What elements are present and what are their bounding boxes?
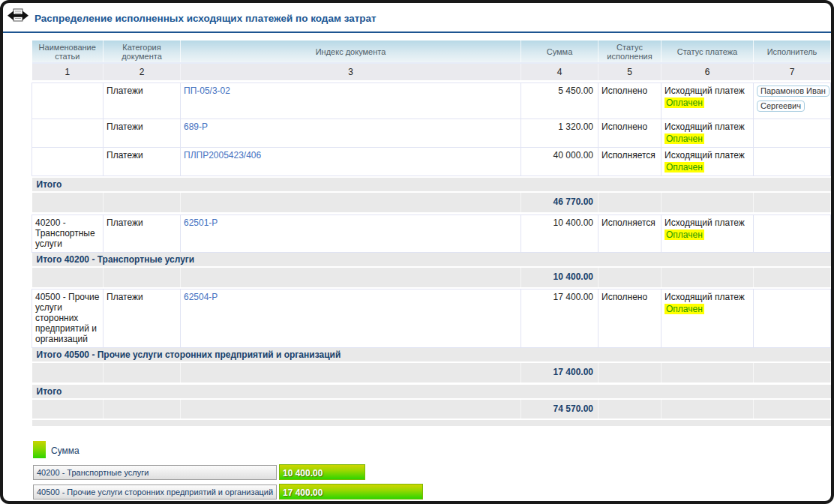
cell-category: Платежи bbox=[104, 147, 181, 176]
document-link[interactable]: 689-Р bbox=[184, 122, 208, 132]
col-header-executor: Исполнитель bbox=[754, 40, 831, 63]
bar-category-label: 40200 - Транспортные услуги bbox=[33, 465, 277, 480]
subtotal-value: 10 400.00 bbox=[521, 267, 598, 287]
cell-sum: 5 450.00 bbox=[521, 82, 598, 118]
document-link[interactable]: 62504-Р bbox=[184, 292, 218, 302]
cell-article-name bbox=[32, 147, 104, 176]
cell-sum: 40 000.00 bbox=[521, 147, 598, 176]
cell-doc-index: 62501-Р bbox=[181, 214, 521, 252]
document-link[interactable]: 62501-Р bbox=[184, 218, 218, 228]
grand-total-label: Итого bbox=[32, 385, 831, 399]
cell-article-name bbox=[32, 82, 104, 118]
cell-sum: 1 320.00 bbox=[521, 118, 598, 147]
subtotal-title-row: Итого 40200 - Транспортные услуги bbox=[32, 252, 831, 267]
col-number: 1 bbox=[32, 63, 104, 80]
col-header-sum: Сумма bbox=[521, 40, 598, 63]
col-header-category: Категория документа bbox=[104, 40, 181, 63]
subtotal-value-row: 17 400.00 bbox=[32, 362, 831, 382]
table-footer-strip bbox=[32, 419, 831, 426]
paid-badge: Оплачен bbox=[664, 304, 704, 314]
cell-pay-status: Исходящий платеж Оплачен bbox=[662, 82, 754, 118]
col-header-doc-index: Индекс документа bbox=[181, 40, 521, 63]
col-number: 2 bbox=[104, 63, 181, 80]
pay-type-text: Исходящий платеж bbox=[664, 122, 750, 132]
grand-total-value-row: 74 570.00 bbox=[32, 399, 831, 419]
table-row: Платежи ПЛПР2005423/406 40 000.00 Исполн… bbox=[32, 147, 831, 176]
paid-badge: Оплачен bbox=[664, 162, 704, 172]
grand-total-value: 74 570.00 bbox=[521, 399, 598, 419]
title-bar: Распределение исполненных исходящих плат… bbox=[3, 3, 831, 33]
column-numbers-row: 1 2 3 4 5 6 7 bbox=[32, 63, 831, 80]
subtotal-label: Итого 40500 - Прочие услуги сторонних пр… bbox=[32, 348, 831, 363]
cell-doc-index: 689-Р bbox=[181, 118, 521, 147]
col-number: 7 bbox=[754, 63, 831, 80]
cell-article-name: 40200 - Транспортные услуги bbox=[32, 214, 104, 252]
pay-type-text: Исходящий платеж bbox=[664, 218, 750, 228]
report-window: Распределение исполненных исходящих плат… bbox=[0, 0, 834, 504]
cell-category: Платежи bbox=[104, 290, 181, 348]
paid-badge: Оплачен bbox=[664, 134, 704, 144]
paid-badge: Оплачен bbox=[664, 98, 704, 108]
executor-chip[interactable]: Сергеевич bbox=[757, 100, 805, 112]
grand-total-title-row: Итого bbox=[32, 385, 831, 399]
cell-executor bbox=[754, 290, 831, 348]
cell-executor: Парамонов Иван Сергеевич bbox=[754, 82, 831, 118]
subtotal-label: Итого bbox=[32, 178, 831, 192]
cell-category: Платежи bbox=[104, 214, 181, 252]
table-row: 40200 - Транспортные услуги Платежи 6250… bbox=[32, 214, 831, 252]
cell-exec-status: Исполнено bbox=[598, 82, 662, 118]
sum-bar-chart: Сумма 40200 - Транспортные услуги 10 400… bbox=[33, 441, 831, 500]
legend-label: Сумма bbox=[51, 446, 80, 456]
cell-doc-index: ПП-05/3-02 bbox=[181, 82, 521, 118]
col-number: 6 bbox=[662, 63, 754, 80]
cell-doc-index: ПЛПР2005423/406 bbox=[181, 147, 521, 176]
report-table: Наименование статьи Категория документа … bbox=[32, 40, 831, 426]
bar-row: 40200 - Транспортные услуги 10 400.00 bbox=[33, 464, 831, 480]
bar-40500: 17 400.00 bbox=[279, 484, 423, 500]
table-row: 40500 - Прочие услуги сторонних предприя… bbox=[32, 290, 831, 348]
col-number: 4 bbox=[521, 63, 598, 80]
subtotal-value: 46 770.00 bbox=[521, 192, 598, 212]
bar-category-label: 40500 - Прочие услуги сторонних предприя… bbox=[33, 484, 277, 500]
pay-type-text: Исходящий платеж bbox=[664, 292, 750, 302]
col-header-pay-status: Статус платежа bbox=[662, 40, 754, 63]
page-title: Распределение исполненных исходящих плат… bbox=[34, 13, 376, 24]
paid-badge: Оплачен bbox=[664, 230, 704, 240]
cell-pay-status: Исходящий платеж Оплачен bbox=[662, 147, 754, 176]
cell-exec-status: Исполняется bbox=[598, 214, 662, 252]
cell-category: Платежи bbox=[104, 82, 181, 118]
pay-type-text: Исходящий платеж bbox=[664, 150, 750, 160]
col-number: 5 bbox=[598, 63, 662, 80]
bar-value-label: 17 400.00 bbox=[280, 488, 322, 498]
cell-executor bbox=[754, 147, 831, 176]
document-link[interactable]: ПП-05/3-02 bbox=[184, 86, 230, 96]
bar-row: 40500 - Прочие услуги сторонних предприя… bbox=[33, 484, 831, 500]
cell-pay-status: Исходящий платеж Оплачен bbox=[662, 118, 754, 147]
header-row: Наименование статьи Категория документа … bbox=[32, 40, 831, 63]
chart-legend: Сумма bbox=[33, 441, 831, 458]
cell-executor bbox=[754, 118, 831, 147]
col-number: 3 bbox=[181, 63, 521, 80]
table-row: Платежи 689-Р 1 320.00 Исполнено Исходящ… bbox=[32, 118, 831, 147]
subtotal-title-row: Итого 40500 - Прочие услуги сторонних пр… bbox=[32, 348, 831, 363]
cell-pay-status: Исходящий платеж Оплачен bbox=[662, 214, 754, 252]
bar-40200: 10 400.00 bbox=[279, 464, 365, 480]
col-header-article: Наименование статьи bbox=[32, 40, 104, 63]
subtotal-value-row: 10 400.00 bbox=[32, 267, 831, 287]
subtotal-value: 17 400.00 bbox=[521, 362, 598, 382]
document-link[interactable]: ПЛПР2005423/406 bbox=[184, 150, 261, 160]
executor-chip[interactable]: Парамонов Иван bbox=[757, 86, 830, 97]
cell-category: Платежи bbox=[104, 118, 181, 147]
pay-type-text: Исходящий платеж bbox=[664, 86, 750, 96]
cell-sum: 10 400.00 bbox=[521, 214, 598, 252]
cell-article-name bbox=[32, 118, 104, 147]
cell-sum: 17 400.00 bbox=[521, 290, 598, 348]
bar-value-label: 10 400.00 bbox=[280, 468, 322, 478]
cell-article-name: 40500 - Прочие услуги сторонних предприя… bbox=[32, 290, 104, 348]
cell-exec-status: Исполнено bbox=[598, 290, 662, 348]
legend-swatch bbox=[33, 441, 46, 458]
cell-exec-status: Исполнено bbox=[598, 118, 662, 147]
col-header-exec-status: Статус исполнения bbox=[598, 40, 662, 63]
print-navigate-icon[interactable] bbox=[8, 8, 28, 28]
cell-pay-status: Исходящий платеж Оплачен bbox=[662, 290, 754, 348]
